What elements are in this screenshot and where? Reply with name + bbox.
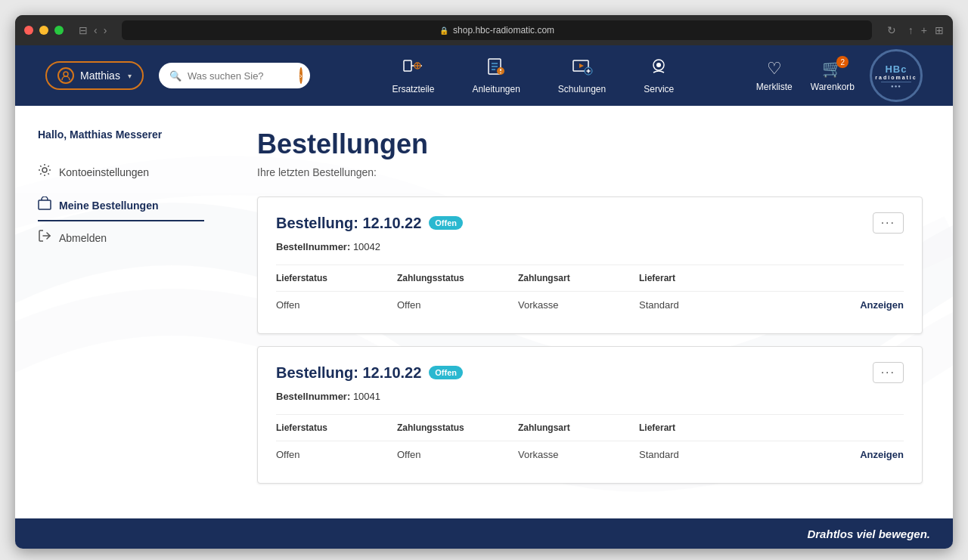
logo-circle: HBc radiomatic ●●● <box>870 49 923 102</box>
col-zahlungsart-1: Zahlungsart <box>518 273 639 283</box>
footer-tagline-text: Drahtlos viel bewegen. <box>807 528 930 540</box>
share-icon[interactable]: ↑ <box>908 24 914 36</box>
url-text: shop.hbc-radiomatic.com <box>453 25 554 36</box>
order-table-row-2: Offen Offen Vorkasse Standard Anzeigen <box>276 441 904 468</box>
search-submit-button[interactable]: › <box>299 67 302 84</box>
order-more-button-1[interactable]: ··· <box>873 212 904 234</box>
logo[interactable]: HBc radiomatic ●●● <box>870 49 923 102</box>
order-number-value-2: 10041 <box>353 391 380 402</box>
main-content: Hallo, Matthias Messerer Kontoeinstellun… <box>15 106 953 518</box>
order-header-1: Bestellung: 12.10.22 Offen ··· <box>276 212 904 234</box>
sidebar-item-abmelden[interactable]: Abmelden <box>38 221 204 255</box>
val-lieferart-2: Standard <box>639 449 760 460</box>
val-zahlungsstatus-1: Offen <box>397 299 518 311</box>
browser-controls: ⊟ ‹ › <box>79 24 107 36</box>
merkliste-button[interactable]: ♡ Merkliste <box>756 59 793 92</box>
order-number-value-1: 10042 <box>353 241 380 252</box>
nav-item-anleitungen[interactable]: Anleitungen <box>472 57 520 94</box>
nav-item-schulungen[interactable]: Schulungen <box>558 57 606 94</box>
add-tab-icon[interactable]: + <box>921 24 927 36</box>
chevron-down-icon: ▾ <box>128 72 132 80</box>
sidebar-toggle-icon[interactable]: ⊟ <box>79 24 88 36</box>
col-zahlungsstatus-1: Zahlungsstatus <box>397 273 518 283</box>
merkliste-label: Merkliste <box>756 82 793 92</box>
back-icon[interactable]: ‹ <box>94 24 98 36</box>
ersatzteile-label: Ersatzteile <box>392 84 434 94</box>
gear-icon <box>38 163 51 181</box>
anleitungen-icon <box>486 57 507 81</box>
service-label: Service <box>644 84 674 94</box>
order-table-row-1: Offen Offen Vorkasse Standard Anzeigen <box>276 292 904 318</box>
order-badge-1: Offen <box>429 216 463 230</box>
order-table-header-2: Lieferstatus Zahlungsstatus Zahlungsart … <box>276 415 904 441</box>
browser-actions: ↑ + ⊞ <box>908 24 944 36</box>
nav-right: ♡ Merkliste 🛒 2 Warenkorb <box>756 59 855 92</box>
anleitungen-label: Anleitungen <box>472 84 520 94</box>
search-bar[interactable]: 🔍 › <box>159 63 310 88</box>
order-card-1: Bestellung: 12.10.22 Offen ··· Bestellnu… <box>257 196 923 334</box>
order-title-row-2: Bestellung: 12.10.22 Offen <box>276 364 463 382</box>
sidebar-item-meine-bestellungen[interactable]: Meine Bestellungen <box>38 189 204 221</box>
order-table-1: Lieferstatus Zahlungsstatus Zahlungsart … <box>276 265 904 318</box>
col-lieferart-1: Lieferart <box>639 273 760 283</box>
col-lieferstatus-2: Lieferstatus <box>276 422 397 433</box>
order-title-row-1: Bestellung: 12.10.22 Offen <box>276 215 463 232</box>
order-title-2: Bestellung: 12.10.22 <box>276 364 421 382</box>
ersatzteile-icon <box>402 57 424 81</box>
nav-item-service[interactable]: Service <box>644 57 674 94</box>
svg-point-12 <box>500 72 501 73</box>
val-zahlungsart-1: Vorkasse <box>518 299 639 311</box>
nav-item-ersatzteile[interactable]: Ersatzteile <box>392 57 434 94</box>
main-nav: Matthias ▾ 🔍 › <box>15 45 953 106</box>
val-zahlungsstatus-2: Offen <box>397 449 518 460</box>
cart-count-badge: 2 <box>836 56 849 68</box>
schulungen-label: Schulungen <box>558 84 606 94</box>
order-badge-2: Offen <box>429 366 463 379</box>
order-header-2: Bestellung: 12.10.22 Offen ··· <box>276 362 904 383</box>
val-lieferart-1: Standard <box>639 299 760 311</box>
lock-icon: 🔒 <box>439 26 448 35</box>
anzeigen-button-1[interactable]: Anzeigen <box>760 299 904 311</box>
svg-point-20 <box>42 168 47 172</box>
order-number-1: Bestellnummer: 10042 <box>276 241 904 252</box>
order-title-1: Bestellung: 12.10.22 <box>276 215 421 232</box>
order-card-2: Bestellung: 12.10.22 Offen ··· Bestellnu… <box>257 346 923 484</box>
close-button[interactable] <box>24 26 33 35</box>
content-area: Bestellungen Ihre letzten Bestellungen: … <box>227 106 953 518</box>
nav-center: Ersatzteile <box>310 57 756 94</box>
col-action-1 <box>760 273 904 283</box>
minimize-button[interactable] <box>39 26 48 35</box>
cart-icon: 🛒 2 <box>822 59 842 79</box>
footer-tagline: Drahtlos viel bewegen. <box>807 528 930 540</box>
user-name: Matthias <box>80 70 120 82</box>
val-lieferstatus-1: Offen <box>276 299 397 311</box>
user-menu-button[interactable]: Matthias ▾ <box>45 61 144 90</box>
order-number-label-1: Bestellnummer: <box>276 241 350 252</box>
search-input[interactable] <box>188 70 293 82</box>
svg-rect-1 <box>404 60 411 71</box>
page: Matthias ▾ 🔍 › <box>15 45 953 549</box>
meine-bestellungen-label: Meine Bestellungen <box>59 200 158 212</box>
user-avatar-icon <box>57 67 74 84</box>
sidebar-item-kontoeinstellungen[interactable]: Kontoeinstellungen <box>38 156 204 189</box>
order-table-2: Lieferstatus Zahlungsstatus Zahlungsart … <box>276 414 904 468</box>
page-subtitle: Ihre letzten Bestellungen: <box>257 166 923 178</box>
reload-icon[interactable]: ↻ <box>887 24 896 36</box>
search-icon: 🔍 <box>169 70 182 82</box>
abmelden-label: Abmelden <box>59 232 107 244</box>
order-number-2: Bestellnummer: 10041 <box>276 391 904 402</box>
order-more-button-2[interactable]: ··· <box>873 362 904 383</box>
anzeigen-button-2[interactable]: Anzeigen <box>760 449 904 460</box>
fullscreen-button[interactable] <box>54 26 64 35</box>
sidebar-greeting: Hallo, Matthias Messerer <box>38 128 204 141</box>
address-bar[interactable]: 🔒 shop.hbc-radiomatic.com <box>122 20 871 40</box>
order-table-header-1: Lieferstatus Zahlungsstatus Zahlungsart … <box>276 265 904 292</box>
col-zahlungsart-2: Zahlungsart <box>518 422 639 433</box>
col-lieferart-2: Lieferart <box>639 422 760 433</box>
forward-icon[interactable]: › <box>104 24 107 36</box>
browser-titlebar: ⊟ ‹ › 🔒 shop.hbc-radiomatic.com ↻ ↑ + ⊞ <box>15 15 953 45</box>
page-footer: Drahtlos viel bewegen. <box>15 518 953 549</box>
heart-icon: ♡ <box>767 59 782 79</box>
warenkorb-button[interactable]: 🛒 2 Warenkorb <box>811 59 855 92</box>
grid-icon[interactable]: ⊞ <box>935 24 944 36</box>
